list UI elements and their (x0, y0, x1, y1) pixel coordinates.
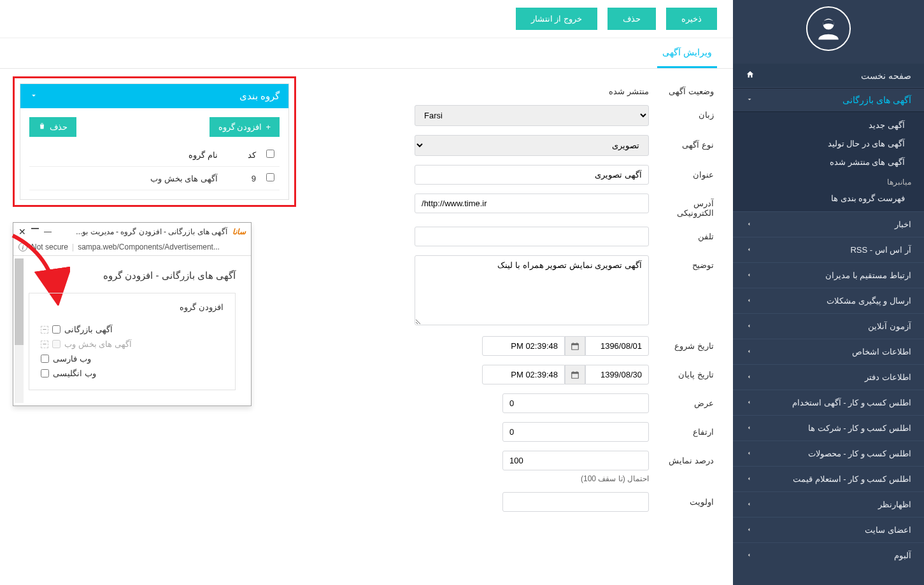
url-input[interactable] (415, 194, 649, 213)
sidebar-item[interactable]: آر اس اس - RSS (733, 237, 924, 262)
chevron-left-icon (746, 551, 752, 560)
sidebar-item-label: اطلاعات اشخاص (852, 347, 911, 356)
popup-card-title: افزودن گروه (41, 302, 224, 312)
type-select[interactable]: تصویری (415, 135, 649, 156)
sidebar-item[interactable]: اطلاعات اشخاص (733, 339, 924, 364)
select-all-checkbox[interactable] (266, 150, 274, 158)
info-icon[interactable]: i (18, 243, 27, 251)
sidebar-item[interactable]: آلبوم (733, 543, 924, 568)
end-label: تاریخ پایان (657, 365, 714, 379)
lang-select[interactable]: Farsi (415, 105, 649, 126)
nav-ads-sublist: آگهی جدید آگهی های در حال تولید آگهی های… (733, 112, 924, 211)
row-checkbox[interactable] (266, 173, 274, 181)
row-name: آگهی های بخش وب (29, 167, 223, 190)
sidebar-item[interactable]: اخبار (733, 212, 924, 237)
sidebar-item-label: اطلس کسب و کار - محصولات (808, 449, 911, 458)
collapse-icon[interactable]: − (41, 326, 48, 334)
percent-input[interactable] (502, 451, 649, 470)
delete-group-button[interactable]: حذف (29, 117, 76, 137)
tree-web-label: آگهی های بخش وب (64, 339, 132, 349)
sidebar: صفحه نخست آگهی های بازرگانی آگهی جدید آگ… (733, 0, 924, 585)
calendar-icon[interactable] (565, 336, 585, 356)
tree-checkbox[interactable] (52, 325, 60, 334)
sidebar-item-label: اخبار (895, 220, 911, 229)
chevron-left-icon (746, 297, 752, 306)
grouping-panel-header[interactable]: گروه بندی (20, 84, 288, 108)
tree-en-label: وب انگلیسی (53, 369, 96, 378)
sidebar-item-label: آر اس اس - RSS (850, 245, 911, 255)
sidebar-item-label: ارتباط مستقیم با مدیران (825, 271, 911, 280)
sidebar-item[interactable]: آزمون آنلاین (733, 314, 924, 339)
chevron-left-icon (746, 246, 752, 255)
close-icon[interactable]: ✕ (18, 227, 26, 237)
user-icon (814, 14, 843, 43)
desc-label: توضیح (657, 255, 714, 270)
width-input[interactable] (502, 393, 649, 413)
title-input[interactable] (415, 165, 649, 185)
height-input[interactable] (502, 422, 649, 442)
sidebar-item[interactable]: اظهارنظر (733, 492, 924, 517)
sub-published[interactable]: آگهی های منتشر شده (733, 153, 924, 171)
sidebar-item[interactable]: اطلاعات دفتر (733, 365, 924, 390)
topbar: خروج از انتشار حذف ذخیره (0, 0, 733, 38)
sidebar-item[interactable]: ارتباط مستقیم با مدیران (733, 263, 924, 288)
tabbar: ویرایش آگهی (0, 38, 733, 69)
tree-node-web[interactable]: آگهی های بخش وب − (41, 337, 208, 351)
minimize-icon[interactable]: — (44, 227, 52, 236)
add-group-button[interactable]: + افزودن گروه (210, 117, 280, 137)
tree-checkbox[interactable] (41, 355, 49, 363)
url-label: آدرس الکترونیکی (657, 194, 714, 218)
desc-textarea[interactable]: آگهی تصویری نمایش تصویر همراه با لینک (415, 255, 649, 325)
grouping-panel: گروه بندی + افزودن گروه حذف (20, 83, 289, 200)
collapse-icon[interactable]: − (41, 341, 48, 348)
sub-new-ad[interactable]: آگهی جدید (733, 116, 924, 134)
sana-logo: سانا (232, 227, 246, 236)
sidebar-item[interactable]: اعضای سایت (733, 518, 924, 542)
nav-ads[interactable]: آگهی های بازرگانی (733, 88, 924, 112)
main: خروج از انتشار حذف ذخیره ویرایش آگهی وضع… (0, 0, 733, 585)
popup-titlebar[interactable]: ✕ — آگهی های بازرگانی - افزودن گروه - مد… (13, 223, 251, 241)
unpublish-button[interactable]: خروج از انتشار (516, 8, 597, 30)
home-icon (746, 70, 755, 81)
sidebar-item[interactable]: اطلس کسب و کار - محصولات (733, 441, 924, 466)
chevron-down-icon (29, 91, 38, 102)
tree-node-en[interactable]: وب انگلیسی (41, 366, 193, 381)
type-label: نوع آگهی (657, 135, 714, 150)
nav-home[interactable]: صفحه نخست (733, 64, 924, 88)
tree-checkbox (52, 340, 60, 348)
sub-shortcuts-heading: میانبرها (733, 171, 924, 189)
sidebar-item-label: اطلس کسب و کار - استعلام قیمت (793, 474, 911, 484)
height-label: ارتفاع (657, 422, 714, 437)
sub-in-production[interactable]: آگهی های در حال تولید (733, 134, 924, 153)
delete-button[interactable]: حذف (608, 8, 656, 30)
sidebar-item-label: اطلس کسب و کار - شرکت ها (808, 423, 911, 433)
popup-scrollbar[interactable] (15, 258, 24, 403)
popup-win-title: آگهی های بازرگانی - افزودن گروه - مدیریت… (57, 227, 227, 236)
tree-fa-label: وب فارسی (53, 354, 91, 363)
phone-input[interactable] (415, 227, 649, 246)
priority-label: اولویت (657, 492, 714, 507)
tree-node-root[interactable]: آگهی بازرگانی − (41, 322, 224, 337)
sub-group-list[interactable]: فهرست گروه بندی ها (733, 189, 924, 208)
start-date-input[interactable] (585, 336, 649, 356)
calendar-icon[interactable] (565, 365, 585, 384)
form-column: وضعیت آگهی منتشر شده زبان Farsi نوع آگهی… (395, 69, 733, 585)
save-button[interactable]: ذخیره (666, 8, 717, 30)
sidebar-item[interactable]: ارسال و پیگیری مشکلات (733, 288, 924, 313)
tree-node-fa[interactable]: وب فارسی (41, 351, 193, 366)
tree-checkbox[interactable] (41, 369, 49, 377)
end-date-input[interactable] (585, 365, 649, 384)
chevron-left-icon (746, 424, 752, 433)
popup-window: ✕ — آگهی های بازرگانی - افزودن گروه - مد… (13, 222, 252, 406)
tab-edit-ad[interactable]: ویرایش آگهی (657, 38, 717, 68)
sidebar-item[interactable]: اطلس کسب و کار - استعلام قیمت (733, 467, 924, 491)
scrollbar-thumb[interactable] (15, 258, 24, 345)
priority-input[interactable] (502, 492, 649, 512)
maximize-icon[interactable] (31, 228, 39, 236)
width-label: عرض (657, 393, 714, 408)
sidebar-item[interactable]: اطلس کسب و کار - آگهی استخدام (733, 390, 924, 415)
start-time-input[interactable] (482, 336, 565, 356)
avatar-box (733, 0, 924, 64)
sidebar-item[interactable]: اطلس کسب و کار - شرکت ها (733, 416, 924, 441)
end-time-input[interactable] (482, 365, 565, 384)
